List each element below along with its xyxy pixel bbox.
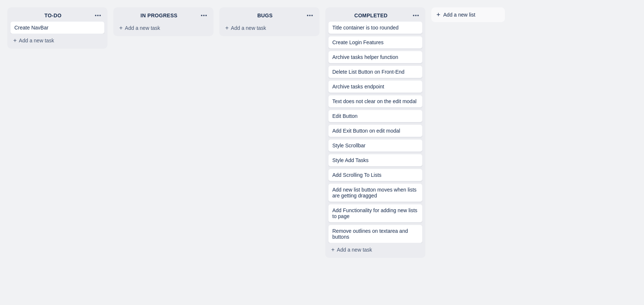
- plus-icon: +: [119, 25, 123, 31]
- add-task-button-bugs[interactable]: +Add a new task: [222, 23, 316, 33]
- add-task-label: Add a new task: [19, 38, 54, 43]
- list-menu-button-todo[interactable]: [93, 14, 103, 17]
- list-title-todo: TO-DO: [13, 13, 93, 18]
- add-task-label: Add a new task: [337, 247, 372, 253]
- list-title-bugs: BUGS: [225, 13, 305, 18]
- list-completed: COMPLETEDTitle container is too roundedC…: [325, 7, 425, 258]
- task-card[interactable]: Remove outlines on textarea and buttons: [328, 225, 422, 243]
- list-todo: TO-DOCreate NavBar+Add a new task: [7, 7, 107, 49]
- list-title-inprogress: IN PROGRESS: [119, 13, 199, 18]
- task-card[interactable]: Delete List Button on Front-End: [328, 66, 422, 78]
- task-card[interactable]: Archive tasks helper function: [328, 51, 422, 63]
- list-header-inprogress: IN PROGRESS: [116, 11, 210, 21]
- add-task-button-completed[interactable]: +Add a new task: [328, 245, 422, 255]
- task-card[interactable]: Edit Button: [328, 110, 422, 122]
- add-task-label: Add a new task: [125, 25, 160, 31]
- list-header-completed: COMPLETED: [328, 11, 422, 21]
- task-card[interactable]: Create Login Features: [328, 36, 422, 49]
- add-list-label: Add a new list: [443, 12, 475, 18]
- task-card[interactable]: Create NavBar: [10, 21, 105, 34]
- task-card[interactable]: Add Exit Button on edit modal: [328, 125, 422, 137]
- add-task-button-inprogress[interactable]: +Add a new task: [116, 23, 210, 33]
- add-task-button-todo[interactable]: +Add a new task: [10, 35, 105, 46]
- list-inprogress: IN PROGRESS+Add a new task: [113, 7, 213, 36]
- plus-icon: +: [331, 247, 335, 253]
- cards-area-todo: Create NavBar: [10, 21, 105, 34]
- plus-icon: +: [225, 25, 229, 31]
- list-menu-button-completed[interactable]: [411, 14, 421, 17]
- task-card[interactable]: Add Functionality for adding new lists t…: [328, 204, 422, 222]
- cards-area-completed: Title container is too roundedCreate Log…: [328, 21, 422, 243]
- add-task-label: Add a new task: [231, 25, 266, 31]
- list-menu-button-inprogress[interactable]: [199, 14, 209, 17]
- task-card[interactable]: Archive tasks endpoint: [328, 80, 422, 93]
- plus-icon: +: [436, 11, 440, 18]
- task-card[interactable]: Style Add Tasks: [328, 154, 422, 166]
- task-card[interactable]: Title container is too rounded: [328, 21, 422, 34]
- task-card[interactable]: Text does not clear on the edit modal: [328, 95, 422, 108]
- board: TO-DOCreate NavBar+Add a new taskIN PROG…: [0, 0, 644, 305]
- list-title-completed: COMPLETED: [331, 13, 411, 18]
- list-menu-button-bugs[interactable]: [305, 14, 315, 17]
- task-card[interactable]: Add Scrolling To Lists: [328, 169, 422, 181]
- plus-icon: +: [13, 38, 17, 43]
- task-card[interactable]: Add new list button moves when lists are…: [328, 183, 422, 202]
- add-list-button[interactable]: +Add a new list: [431, 7, 505, 22]
- list-bugs: BUGS+Add a new task: [219, 7, 319, 36]
- task-card[interactable]: Style Scrollbar: [328, 139, 422, 152]
- list-header-bugs: BUGS: [222, 11, 316, 21]
- list-header-todo: TO-DO: [10, 11, 105, 21]
